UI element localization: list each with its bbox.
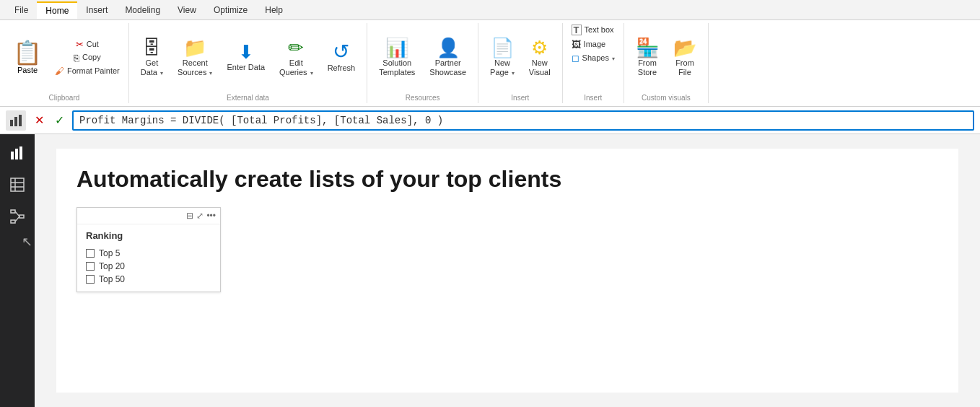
tab-view[interactable]: View bbox=[169, 2, 205, 18]
paste-button[interactable]: 📋 Paste bbox=[6, 38, 49, 77]
list-item: Top 5 bbox=[86, 247, 211, 260]
tab-modeling[interactable]: Modeling bbox=[116, 2, 169, 18]
canvas-area: Automatically create lists of your top c… bbox=[35, 134, 980, 407]
formula-bar: ✕ ✓ bbox=[0, 107, 980, 134]
sidebar-item-report[interactable] bbox=[4, 140, 30, 166]
custom-visuals-items: 🏪 FromStore 📂 FromFile bbox=[630, 23, 702, 92]
tab-insert[interactable]: Insert bbox=[77, 2, 116, 18]
refresh-button[interactable]: ↺ Refresh bbox=[322, 39, 362, 76]
recent-sources-button[interactable]: 📁 RecentSources ▾ bbox=[172, 35, 218, 80]
text-box-label: Text box bbox=[585, 25, 614, 35]
get-data-label: GetData ▾ bbox=[141, 58, 163, 77]
resources-group-label: Resources bbox=[373, 92, 472, 103]
svg-rect-10 bbox=[11, 210, 15, 213]
clipboard-items: 📋 Paste ✂ Cut ⎘ Copy 🖌 Format Pain bbox=[6, 23, 123, 92]
get-data-button[interactable]: 🗄 GetData ▾ bbox=[135, 35, 169, 80]
formula-actions: ✕ ✓ bbox=[30, 112, 68, 129]
from-store-label: FromStore bbox=[638, 58, 657, 77]
solution-templates-button[interactable]: 📊 SolutionTemplates bbox=[373, 35, 421, 80]
enter-data-icon: ⬇ bbox=[238, 43, 254, 61]
copy-icon: ⎘ bbox=[74, 53, 79, 63]
copy-button[interactable]: ⎘ Copy bbox=[52, 51, 123, 64]
new-visual-button[interactable]: ⚙ NewVisual bbox=[523, 35, 556, 80]
recent-sources-icon: 📁 bbox=[183, 38, 206, 57]
shapes-label: Shapes ▾ bbox=[582, 53, 615, 63]
svg-rect-2 bbox=[19, 115, 22, 126]
ribbon-tabs: File Home Insert Modeling View Optimize … bbox=[0, 0, 980, 20]
tab-home[interactable]: Home bbox=[37, 1, 77, 19]
from-file-icon: 📂 bbox=[673, 38, 696, 57]
widget-label: Ranking bbox=[86, 230, 211, 241]
formula-cancel-button[interactable]: ✕ bbox=[30, 112, 48, 129]
image-label: Image bbox=[584, 40, 606, 49]
resources-group: 📊 SolutionTemplates 👤 PartnerShowcase Re… bbox=[367, 23, 478, 103]
format-painter-button[interactable]: 🖌 Format Painter bbox=[52, 65, 123, 77]
from-file-button[interactable]: 📂 FromFile bbox=[668, 35, 702, 80]
widget-more-icon[interactable]: ••• bbox=[206, 211, 216, 221]
new-page-label: NewPage ▾ bbox=[490, 58, 515, 77]
widget-card-header: ⊟ ⤢ ••• bbox=[77, 208, 220, 224]
partner-showcase-icon: 👤 bbox=[437, 38, 460, 57]
text-box-button[interactable]: T Text box bbox=[569, 23, 617, 37]
ribbon-content: 📋 Paste ✂ Cut ⎘ Copy 🖌 Format Pain bbox=[0, 20, 980, 106]
insert-items: 📄 NewPage ▾ ⚙ NewVisual bbox=[484, 23, 556, 92]
checkbox-top5[interactable] bbox=[86, 249, 95, 258]
clipboard-group-label: Clipboard bbox=[6, 92, 123, 103]
tab-optimize[interactable]: Optimize bbox=[205, 2, 256, 18]
formula-bar-chart-icon bbox=[6, 110, 26, 131]
shapes-button[interactable]: ◻ Shapes ▾ bbox=[569, 52, 618, 64]
custom-visuals-group: 🏪 FromStore 📂 FromFile Custom visuals bbox=[624, 23, 709, 103]
new-page-icon: 📄 bbox=[491, 38, 514, 57]
svg-rect-12 bbox=[19, 215, 24, 218]
widget-card: ⊟ ⤢ ••• Ranking Top 5 Top 20 bbox=[76, 207, 221, 292]
widget-expand-icon[interactable]: ⤢ bbox=[196, 211, 204, 221]
insert-group-label: Insert bbox=[484, 92, 556, 103]
from-store-icon: 🏪 bbox=[636, 38, 659, 57]
cut-button[interactable]: ✂ Cut bbox=[52, 38, 123, 51]
top20-label: Top 20 bbox=[99, 261, 125, 271]
enter-data-label: Enter Data bbox=[227, 63, 265, 72]
partner-showcase-label: PartnerShowcase bbox=[429, 58, 466, 77]
checkbox-top20[interactable] bbox=[86, 262, 95, 271]
resources-items: 📊 SolutionTemplates 👤 PartnerShowcase bbox=[373, 23, 472, 92]
tab-help[interactable]: Help bbox=[256, 2, 292, 18]
recent-sources-label: RecentSources ▾ bbox=[178, 58, 212, 77]
shapes-icon: ◻ bbox=[572, 53, 579, 63]
from-store-button[interactable]: 🏪 FromStore bbox=[630, 35, 665, 80]
main-area: ↖ Automatically create lists of your top… bbox=[0, 134, 980, 407]
svg-rect-1 bbox=[14, 117, 17, 126]
list-item: Top 50 bbox=[86, 273, 211, 286]
enter-data-button[interactable]: ⬇ Enter Data bbox=[221, 40, 271, 75]
widget-table-icon[interactable]: ⊟ bbox=[186, 211, 193, 221]
copy-label: Copy bbox=[82, 53, 101, 62]
insert-group: 📄 NewPage ▾ ⚙ NewVisual Insert bbox=[478, 23, 563, 103]
new-page-button[interactable]: 📄 NewPage ▾ bbox=[484, 35, 520, 80]
new-visual-label: NewVisual bbox=[529, 58, 551, 77]
from-file-label: FromFile bbox=[675, 58, 694, 77]
svg-rect-0 bbox=[10, 120, 13, 126]
ribbon: File Home Insert Modeling View Optimize … bbox=[0, 0, 980, 107]
tab-file[interactable]: File bbox=[6, 2, 37, 18]
top50-label: Top 50 bbox=[99, 274, 125, 284]
external-data-items: 🗄 GetData ▾ 📁 RecentSources ▾ ⬇ Enter Da… bbox=[135, 23, 361, 92]
partner-showcase-button[interactable]: 👤 PartnerShowcase bbox=[424, 35, 472, 80]
solution-templates-icon: 📊 bbox=[385, 38, 408, 57]
image-button[interactable]: 🖼 Image bbox=[569, 38, 609, 51]
external-data-group-label: External data bbox=[135, 92, 361, 103]
image-icon: 🖼 bbox=[572, 40, 581, 49]
sidebar-item-model[interactable] bbox=[4, 204, 30, 229]
page-title: Automatically create lists of your top c… bbox=[76, 166, 938, 193]
formula-confirm-button[interactable]: ✓ bbox=[51, 112, 68, 129]
edit-queries-button[interactable]: ✏ EditQueries ▾ bbox=[274, 35, 319, 80]
external-data-group: 🗄 GetData ▾ 📁 RecentSources ▾ ⬇ Enter Da… bbox=[129, 23, 367, 103]
formula-input[interactable] bbox=[72, 110, 974, 131]
edit-queries-icon: ✏ bbox=[288, 38, 304, 57]
get-data-icon: 🗄 bbox=[142, 38, 161, 57]
insert2-group: T Text box 🖼 Image ◻ Shapes ▾ Insert bbox=[563, 23, 624, 103]
sidebar-item-data[interactable] bbox=[4, 172, 30, 198]
checkbox-top50[interactable] bbox=[86, 275, 95, 284]
list-item: Top 20 bbox=[86, 260, 211, 273]
svg-line-13 bbox=[15, 211, 19, 216]
paste-icon: 📋 bbox=[13, 41, 42, 64]
format-painter-label: Format Painter bbox=[67, 66, 120, 76]
